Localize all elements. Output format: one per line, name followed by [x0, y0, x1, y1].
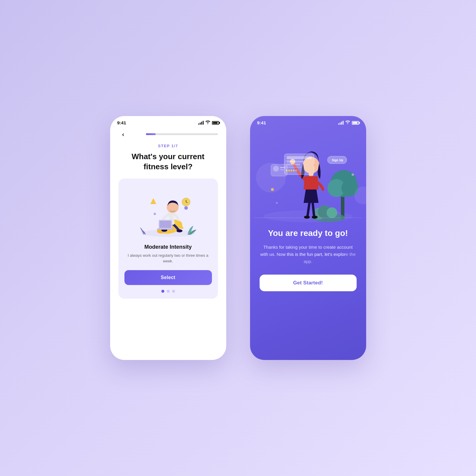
back-icon: ‹ [122, 131, 124, 138]
fitness-card: Moderate Intensity I always work out reg… [118, 178, 218, 299]
svg-point-50 [276, 202, 278, 204]
svg-point-38 [288, 170, 290, 171]
svg-rect-36 [287, 167, 302, 168]
right-phone: 9:41 [250, 116, 366, 360]
card-title: Moderate Intensity [144, 244, 192, 250]
svg-point-11 [184, 206, 188, 210]
svg-point-3 [177, 229, 182, 232]
blob-decoration-1 [256, 163, 286, 192]
left-phone: 9:41 ‹ STEP 1/7 [110, 116, 226, 360]
svg-rect-7 [157, 228, 174, 230]
svg-point-27 [312, 216, 318, 219]
select-button[interactable]: Select [124, 270, 212, 285]
ready-heading: You are ready to go! [260, 228, 357, 238]
dot-3[interactable] [172, 290, 175, 293]
svg-point-41 [295, 170, 297, 171]
step-label: STEP 1/7 [118, 144, 218, 148]
progress-track [146, 133, 218, 135]
card-description: I always work out regularly two or three… [124, 253, 212, 264]
svg-point-12 [154, 213, 156, 215]
svg-marker-9 [150, 198, 156, 204]
signal-icon-right [338, 121, 344, 125]
status-icons-left [198, 120, 219, 125]
svg-rect-34 [287, 161, 305, 162]
svg-rect-33 [287, 156, 312, 159]
signal-icon [198, 121, 204, 125]
svg-point-39 [291, 170, 292, 171]
battery-icon [212, 121, 219, 125]
nav-row: ‹ [118, 127, 218, 144]
status-icons-right [338, 120, 359, 125]
status-time-right: 9:41 [257, 120, 266, 125]
right-illustration-area: Sign Up [250, 127, 366, 228]
status-time-left: 9:41 [117, 120, 126, 125]
status-bar-left: 9:41 [110, 116, 226, 127]
wifi-icon [205, 120, 210, 125]
battery-icon-right [352, 121, 359, 125]
dot-2[interactable] [167, 290, 170, 293]
back-button[interactable]: ‹ [118, 129, 128, 139]
get-started-button[interactable]: Get Started! [260, 275, 357, 291]
svg-point-49 [352, 173, 354, 176]
progress-fill [146, 133, 156, 135]
dot-1[interactable] [161, 290, 164, 293]
svg-point-26 [304, 216, 310, 219]
svg-point-40 [293, 170, 295, 171]
status-bar-right: 9:41 [250, 116, 366, 127]
left-phone-content: ‹ STEP 1/7 What's your current fitness l… [110, 127, 226, 299]
carousel-dots [161, 290, 175, 293]
card-illustration [135, 186, 201, 239]
svg-point-24 [327, 207, 337, 218]
right-phone-content: You are ready to go! Thanks for taking y… [250, 228, 366, 291]
svg-text:Sign Up: Sign Up [332, 159, 343, 162]
svg-rect-35 [287, 164, 300, 165]
svg-rect-6 [160, 221, 171, 228]
wifi-icon-right [345, 120, 350, 125]
ready-description: Thanks for taking your time to create ac… [260, 244, 357, 265]
main-heading: What's your current fitness level? [118, 152, 218, 172]
